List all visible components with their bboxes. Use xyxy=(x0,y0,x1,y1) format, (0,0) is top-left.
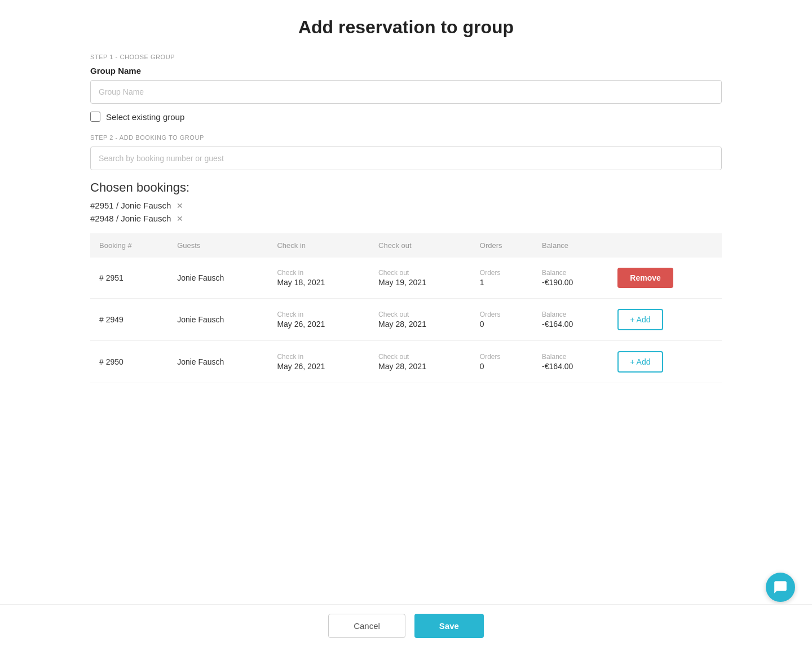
select-existing-label: Select existing group xyxy=(106,112,184,122)
remove-booking-2-icon[interactable]: ✕ xyxy=(176,214,183,223)
add-button-1[interactable]: + Add xyxy=(617,309,663,330)
step1-label: STEP 1 - CHOOSE GROUP xyxy=(90,54,722,60)
cell-balance-0: Balance -€190.00 xyxy=(533,258,608,299)
col-header-balance: Balance xyxy=(533,233,608,258)
cell-balance-1: Balance -€164.00 xyxy=(533,299,608,341)
cell-action-1: + Add xyxy=(608,299,722,341)
cell-checkout-0: Check out May 19, 2021 xyxy=(369,258,471,299)
chosen-bookings-section: Chosen bookings: #2951 / Jonie Fausch ✕ … xyxy=(90,180,722,223)
cell-checkin-2: Check in May 26, 2021 xyxy=(268,341,369,383)
step2-label: STEP 2 - ADD BOOKING TO GROUP xyxy=(90,134,722,141)
chosen-bookings-title: Chosen bookings: xyxy=(90,180,722,195)
col-header-orders: Orders xyxy=(471,233,533,258)
remove-booking-1-icon[interactable]: ✕ xyxy=(176,201,183,210)
chosen-booking-label-2: #2948 / Jonie Fausch xyxy=(90,214,171,223)
cell-orders-0: Orders 1 xyxy=(471,258,533,299)
chosen-booking-label-1: #2951 / Jonie Fausch xyxy=(90,201,171,210)
chat-fab-button[interactable] xyxy=(766,573,795,602)
table-row: # 2951 Jonie Fausch Check in May 18, 202… xyxy=(90,258,722,299)
step1-section: STEP 1 - CHOOSE GROUP Group Name Select … xyxy=(90,54,722,122)
cell-booking-num-2: # 2950 xyxy=(90,341,168,383)
step2-section: STEP 2 - ADD BOOKING TO GROUP xyxy=(90,134,722,180)
col-header-action xyxy=(608,233,722,258)
cell-checkin-0: Check in May 18, 2021 xyxy=(268,258,369,299)
add-button-2[interactable]: + Add xyxy=(617,351,663,373)
cancel-button[interactable]: Cancel xyxy=(328,614,405,638)
page-title: Add reservation to group xyxy=(90,17,722,38)
group-name-input[interactable] xyxy=(90,80,722,104)
cell-orders-2: Orders 0 xyxy=(471,341,533,383)
col-header-guests: Guests xyxy=(168,233,268,258)
col-header-checkin: Check in xyxy=(268,233,369,258)
col-header-booking-num: Booking # xyxy=(90,233,168,258)
cell-checkout-1: Check out May 28, 2021 xyxy=(369,299,471,341)
chosen-booking-item-2: #2948 / Jonie Fausch ✕ xyxy=(90,214,722,223)
cell-guest-2: Jonie Fausch xyxy=(168,341,268,383)
cell-booking-num-1: # 2949 xyxy=(90,299,168,341)
chosen-booking-item-1: #2951 / Jonie Fausch ✕ xyxy=(90,201,722,210)
select-existing-checkbox[interactable] xyxy=(90,112,100,122)
cell-checkout-2: Check out May 28, 2021 xyxy=(369,341,471,383)
cell-action-0: Remove xyxy=(608,258,722,299)
group-name-label: Group Name xyxy=(90,66,722,76)
save-button[interactable]: Save xyxy=(414,614,484,638)
cell-guest-0: Jonie Fausch xyxy=(168,258,268,299)
col-header-checkout: Check out xyxy=(369,233,471,258)
table-row: # 2950 Jonie Fausch Check in May 26, 202… xyxy=(90,341,722,383)
chat-icon xyxy=(773,580,788,595)
cell-booking-num-0: # 2951 xyxy=(90,258,168,299)
cell-action-2: + Add xyxy=(608,341,722,383)
booking-search-input[interactable] xyxy=(90,147,722,170)
table-header-row: Booking # Guests Check in Check out Orde… xyxy=(90,233,722,258)
bookings-table: Booking # Guests Check in Check out Orde… xyxy=(90,233,722,383)
select-existing-row: Select existing group xyxy=(90,112,722,122)
cell-balance-2: Balance -€164.00 xyxy=(533,341,608,383)
cell-orders-1: Orders 0 xyxy=(471,299,533,341)
cell-guest-1: Jonie Fausch xyxy=(168,299,268,341)
table-row: # 2949 Jonie Fausch Check in May 26, 202… xyxy=(90,299,722,341)
footer-bar: Cancel Save xyxy=(0,604,812,647)
cell-checkin-1: Check in May 26, 2021 xyxy=(268,299,369,341)
remove-button-0[interactable]: Remove xyxy=(617,268,673,288)
